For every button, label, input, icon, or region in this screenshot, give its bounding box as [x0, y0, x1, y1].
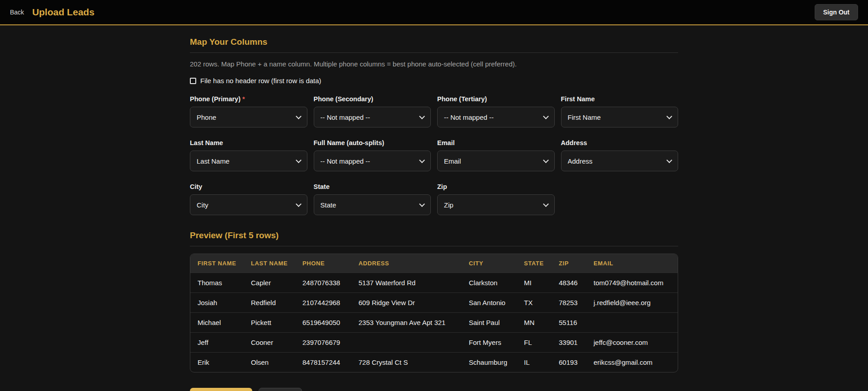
cell-city: Clarkston — [462, 273, 517, 293]
no-header-row-option[interactable]: File has no header row (first row is dat… — [190, 77, 678, 85]
last-name-select[interactable]: Last Name — [190, 151, 307, 171]
phone-primary-select[interactable]: Phone — [190, 107, 307, 127]
preview-table-card: First NameLast NamePhoneAddressCityState… — [190, 254, 678, 372]
field-label: City — [190, 183, 307, 190]
column-header-first-name: First Name — [190, 254, 244, 273]
cell-first-name: Michael — [190, 313, 244, 333]
first-name-select[interactable]: First Name — [561, 107, 679, 127]
cell-phone: 8478157244 — [295, 353, 351, 372]
mapping-subtext: 202 rows. Map Phone + a name column. Mul… — [190, 60, 678, 68]
city-select[interactable]: City — [190, 194, 307, 215]
cell-phone: 2487076338 — [295, 273, 351, 293]
email-select[interactable]: Email — [437, 151, 555, 171]
field-label: Phone (Secondary) — [314, 95, 431, 103]
field-label: Phone (Tertiary) — [437, 95, 555, 103]
cell-first-name: Erik — [190, 353, 244, 372]
preview-section: Preview (First 5 rows) First NameLast Na… — [190, 231, 678, 372]
select-wrap: Email — [437, 151, 555, 171]
select-wrap: -- Not mapped -- — [437, 107, 555, 127]
cell-state: IL — [517, 353, 552, 372]
column-mapping-grid: Phone (Primary) *PhonePhone (Secondary)-… — [190, 95, 678, 215]
phone-secondary-select[interactable]: -- Not mapped -- — [314, 107, 431, 127]
column-header-email: Email — [586, 254, 678, 273]
field-last-name: Last NameLast Name — [190, 139, 307, 171]
cell-zip: 33901 — [552, 333, 586, 353]
cancel-button[interactable]: Cancel — [259, 388, 302, 391]
cell-email — [586, 313, 678, 333]
cell-city: Fort Myers — [462, 333, 517, 353]
field-email: EmailEmail — [437, 139, 555, 171]
select-wrap: First Name — [561, 107, 679, 127]
phone-tertiary-select[interactable]: -- Not mapped -- — [437, 107, 555, 127]
table-body: ThomasCapler24870763385137 Waterford RdC… — [190, 273, 678, 372]
cell-state: TX — [517, 293, 552, 313]
select-wrap: -- Not mapped -- — [314, 107, 431, 127]
cell-zip: 55116 — [552, 313, 586, 333]
field-label: Last Name — [190, 139, 307, 146]
top-bar: Back Upload Leads Sign Out — [0, 0, 868, 25]
field-full-name-auto-splits: Full Name (auto-splits)-- Not mapped -- — [314, 139, 431, 171]
field-label: Full Name (auto-splits) — [314, 139, 431, 146]
cell-address: 5137 Waterford Rd — [351, 273, 462, 293]
field-city: CityCity — [190, 183, 307, 215]
cell-zip: 60193 — [552, 353, 586, 372]
sign-out-button[interactable]: Sign Out — [815, 4, 858, 20]
field-phone-primary: Phone (Primary) *Phone — [190, 95, 307, 127]
cell-first-name: Thomas — [190, 273, 244, 293]
table-row: JosiahRedfield2107442968609 Ridge View D… — [190, 293, 678, 313]
select-wrap: -- Not mapped -- — [314, 151, 431, 171]
field-label: State — [314, 183, 431, 190]
column-header-zip: Zip — [552, 254, 586, 273]
preview-heading: Preview (First 5 rows) — [190, 231, 678, 246]
cell-address: 2353 Youngman Ave Apt 321 — [351, 313, 462, 333]
cell-city: San Antonio — [462, 293, 517, 313]
cell-state: MN — [517, 313, 552, 333]
cell-last-name: Cooner — [244, 333, 295, 353]
address-select[interactable]: Address — [561, 151, 679, 171]
cell-phone: 6519649050 — [295, 313, 351, 333]
column-header-address: Address — [351, 254, 462, 273]
cell-email: j.redfield@ieee.org — [586, 293, 678, 313]
cell-email: jeffc@cooner.com — [586, 333, 678, 353]
column-header-city: City — [462, 254, 517, 273]
cell-first-name: Jeff — [190, 333, 244, 353]
zip-select[interactable]: Zip — [437, 194, 555, 215]
table-header-row: First NameLast NamePhoneAddressCityState… — [190, 254, 678, 273]
page-title: Upload Leads — [32, 7, 94, 18]
cell-state: MI — [517, 273, 552, 293]
mapping-heading: Map Your Columns — [190, 37, 678, 53]
upload-leads-button[interactable]: Upload Leads — [190, 388, 252, 391]
main-content: Map Your Columns 202 rows. Map Phone + a… — [0, 25, 868, 391]
table-row: JeffCooner2397076679Fort MyersFL33901jef… — [190, 333, 678, 353]
field-first-name: First NameFirst Name — [561, 95, 679, 127]
cell-zip: 48346 — [552, 273, 586, 293]
table-row: MichaelPickett65196490502353 Youngman Av… — [190, 313, 678, 333]
select-wrap: State — [314, 194, 431, 215]
column-header-state: State — [517, 254, 552, 273]
select-wrap: Phone — [190, 107, 307, 127]
field-label: Zip — [437, 183, 555, 190]
cell-first-name: Josiah — [190, 293, 244, 313]
required-indicator: * — [242, 95, 245, 103]
cell-city: Schaumburg — [462, 353, 517, 372]
preview-table: First NameLast NamePhoneAddressCityState… — [190, 254, 678, 372]
cell-last-name: Pickett — [244, 313, 295, 333]
field-phone-tertiary: Phone (Tertiary)-- Not mapped -- — [437, 95, 555, 127]
field-phone-secondary: Phone (Secondary)-- Not mapped -- — [314, 95, 431, 127]
cell-city: Saint Paul — [462, 313, 517, 333]
field-address: AddressAddress — [561, 139, 679, 171]
form-actions: Upload Leads Cancel — [190, 388, 678, 391]
field-label: First Name — [561, 95, 679, 103]
no-header-checkbox[interactable] — [190, 78, 196, 84]
field-label: Address — [561, 139, 679, 146]
select-wrap: Address — [561, 151, 679, 171]
state-select[interactable]: State — [314, 194, 431, 215]
cell-email: tom0749@hotmail.com — [586, 273, 678, 293]
cell-last-name: Olsen — [244, 353, 295, 372]
full-name-auto-splits-select[interactable]: -- Not mapped -- — [314, 151, 431, 171]
cell-address — [351, 333, 462, 353]
column-header-last-name: Last Name — [244, 254, 295, 273]
cell-last-name: Capler — [244, 273, 295, 293]
back-link[interactable]: Back — [10, 9, 24, 16]
select-wrap: City — [190, 194, 307, 215]
